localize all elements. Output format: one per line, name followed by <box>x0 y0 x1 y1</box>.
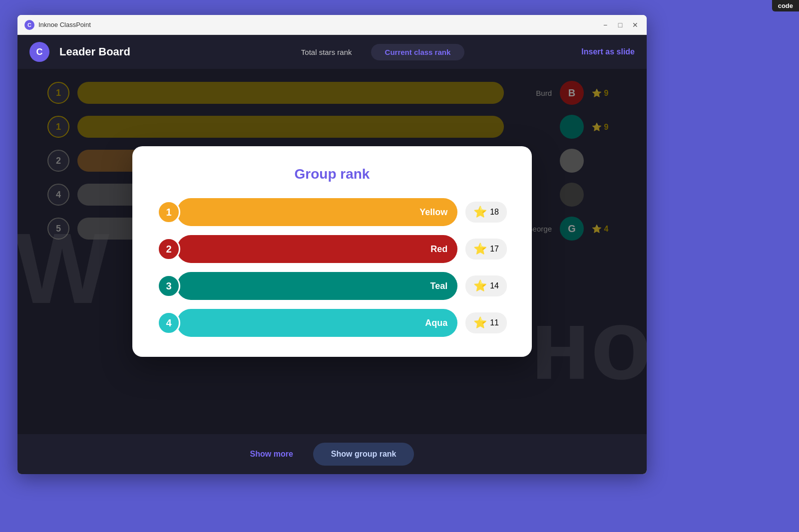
bottom-bar: Show more Show group rank <box>17 434 647 474</box>
header-tabs: Total stars rank Current class rank <box>180 44 571 60</box>
modal-title: Group rank <box>157 166 507 182</box>
insert-as-slide-button[interactable]: Insert as slide <box>581 47 635 56</box>
group-list: 1 Yellow ⭐ 18 2 Red <box>157 198 507 337</box>
group-score: ⭐ 17 <box>465 239 507 260</box>
tab-total-stars[interactable]: Total stars rank <box>287 44 366 60</box>
group-bar: Aqua <box>177 309 457 337</box>
group-rank-badge: 1 <box>157 201 180 224</box>
window-controls: − □ ✕ <box>601 20 640 29</box>
title-bar: C Inknoe ClassPoint − □ ✕ <box>17 15 647 35</box>
star-icon: ⭐ <box>473 316 487 329</box>
app-header: C Leader Board Total stars rank Current … <box>17 35 647 69</box>
group-score: ⭐ 14 <box>465 275 507 296</box>
list-item: 1 Yellow ⭐ 18 <box>157 198 507 226</box>
group-stars: 11 <box>490 318 499 327</box>
window-title: Inknoe ClassPoint <box>38 21 601 28</box>
minimize-button[interactable]: − <box>601 20 610 29</box>
tab-current-class[interactable]: Current class rank <box>371 44 465 60</box>
maximize-button[interactable]: □ <box>616 20 625 29</box>
show-more-button[interactable]: Show more <box>250 450 293 459</box>
group-name: Teal <box>430 281 448 291</box>
list-item: 2 Red ⭐ 17 <box>157 235 507 263</box>
list-item: 3 Teal ⭐ 14 <box>157 272 507 300</box>
show-group-rank-button[interactable]: Show group rank <box>313 443 414 466</box>
group-rank-modal: Group rank 1 Yellow ⭐ 18 <box>132 146 532 357</box>
group-bar: Red <box>177 235 457 263</box>
header-logo: C <box>29 42 49 62</box>
group-rank-badge: 4 <box>157 311 180 334</box>
app-window: C Inknoe ClassPoint − □ ✕ C Leader Board… <box>17 15 647 474</box>
code-badge: code <box>772 0 799 11</box>
app-icon: C <box>24 20 34 30</box>
group-name: Red <box>430 244 447 255</box>
group-bar: Teal <box>177 272 457 300</box>
star-icon: ⭐ <box>473 206 487 219</box>
group-stars: 14 <box>490 281 499 290</box>
group-stars: 18 <box>490 208 499 217</box>
group-bar: Yellow <box>177 198 457 226</box>
group-stars: 17 <box>490 245 499 254</box>
group-rank-badge: 3 <box>157 274 180 297</box>
list-item: 4 Aqua ⭐ 11 <box>157 309 507 337</box>
close-button[interactable]: ✕ <box>631 20 640 29</box>
star-icon: ⭐ <box>473 243 487 256</box>
group-name: Aqua <box>425 318 447 328</box>
main-content: W но 1 Burd B ⭐ 9 1 ⭐ 9 2 <box>17 69 647 434</box>
group-name: Yellow <box>419 207 447 218</box>
group-score: ⭐ 18 <box>465 202 507 223</box>
star-icon: ⭐ <box>473 279 487 292</box>
modal-overlay: Group rank 1 Yellow ⭐ 18 <box>17 69 647 434</box>
group-score: ⭐ 11 <box>465 312 507 333</box>
group-rank-badge: 2 <box>157 238 180 261</box>
page-title: Leader Board <box>59 45 130 58</box>
